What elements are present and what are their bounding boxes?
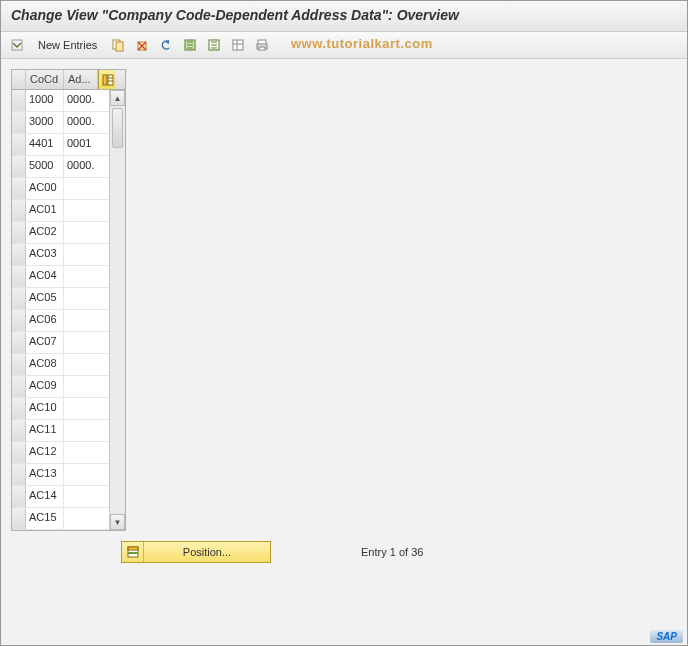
cell-cocd[interactable]: AC05 xyxy=(26,288,64,309)
cell-cocd[interactable]: AC09 xyxy=(26,376,64,397)
cell-cocd[interactable]: 5000 xyxy=(26,156,64,177)
row-selector[interactable] xyxy=(12,244,26,265)
table-settings-icon[interactable] xyxy=(228,35,248,55)
cell-ad[interactable] xyxy=(64,376,98,397)
row-selector[interactable] xyxy=(12,288,26,309)
row-selector[interactable] xyxy=(12,134,26,155)
scroll-thumb[interactable] xyxy=(112,108,123,148)
vertical-scrollbar[interactable]: ▲ ▼ xyxy=(109,90,125,530)
cell-ad[interactable] xyxy=(64,508,98,529)
cell-cocd[interactable]: AC10 xyxy=(26,398,64,419)
page-title: Change View "Company Code-Dependent Addr… xyxy=(11,7,677,23)
cell-ad[interactable] xyxy=(64,200,98,221)
deselect-all-icon[interactable] xyxy=(204,35,224,55)
svg-rect-11 xyxy=(108,75,113,85)
cell-cocd[interactable]: AC01 xyxy=(26,200,64,221)
undo-icon[interactable] xyxy=(156,35,176,55)
content-area: CoCd Ad... 10000000.30000000.44010001500… xyxy=(1,59,687,599)
row-selector[interactable] xyxy=(12,112,26,133)
position-button-label: Position... xyxy=(144,546,270,558)
row-selector[interactable] xyxy=(12,442,26,463)
cell-ad[interactable] xyxy=(64,354,98,375)
svg-rect-0 xyxy=(12,40,22,50)
select-all-column[interactable] xyxy=(12,70,26,89)
cell-ad[interactable] xyxy=(64,486,98,507)
cell-cocd[interactable]: 3000 xyxy=(26,112,64,133)
cell-cocd[interactable]: AC08 xyxy=(26,354,64,375)
scroll-track[interactable] xyxy=(110,150,125,514)
cell-ad[interactable]: 0001 xyxy=(64,134,98,155)
title-bar: Change View "Company Code-Dependent Addr… xyxy=(1,1,687,32)
row-selector[interactable] xyxy=(12,266,26,287)
footer: Position... Entry 1 of 36 xyxy=(121,541,423,563)
cell-cocd[interactable]: AC13 xyxy=(26,464,64,485)
row-selector[interactable] xyxy=(12,310,26,331)
select-all-icon[interactable] xyxy=(180,35,200,55)
configure-columns-icon[interactable] xyxy=(98,70,116,89)
delete-icon[interactable] xyxy=(132,35,152,55)
position-button[interactable]: Position... xyxy=(121,541,271,563)
cell-ad[interactable] xyxy=(64,332,98,353)
table-header: CoCd Ad... xyxy=(12,70,125,90)
scroll-down-icon[interactable]: ▼ xyxy=(110,514,125,530)
new-entries-button[interactable]: New Entries xyxy=(31,36,104,54)
toolbar: New Entries www.tutorialkart.com xyxy=(1,32,687,59)
cell-cocd[interactable]: AC15 xyxy=(26,508,64,529)
cell-cocd[interactable]: AC14 xyxy=(26,486,64,507)
cell-cocd[interactable]: AC07 xyxy=(26,332,64,353)
sap-logo: SAP xyxy=(650,630,683,643)
cell-ad[interactable]: 0000. xyxy=(64,156,98,177)
cell-cocd[interactable]: AC12 xyxy=(26,442,64,463)
cell-cocd[interactable]: 1000 xyxy=(26,90,64,111)
cell-ad[interactable] xyxy=(64,442,98,463)
row-selector[interactable] xyxy=(12,90,26,111)
svg-rect-6 xyxy=(233,40,243,50)
cell-ad[interactable] xyxy=(64,266,98,287)
cell-cocd[interactable]: 4401 xyxy=(26,134,64,155)
cell-cocd[interactable]: AC11 xyxy=(26,420,64,441)
col-header-ad[interactable]: Ad... xyxy=(64,70,98,89)
scroll-up-icon[interactable]: ▲ xyxy=(110,90,125,106)
cell-ad[interactable] xyxy=(64,178,98,199)
cell-cocd[interactable]: AC06 xyxy=(26,310,64,331)
cell-ad[interactable] xyxy=(64,464,98,485)
cell-cocd[interactable]: AC02 xyxy=(26,222,64,243)
row-selector[interactable] xyxy=(12,376,26,397)
cell-ad[interactable] xyxy=(64,310,98,331)
cell-ad[interactable] xyxy=(64,244,98,265)
row-selector[interactable] xyxy=(12,508,26,529)
svg-rect-14 xyxy=(128,552,138,554)
row-selector[interactable] xyxy=(12,464,26,485)
svg-rect-13 xyxy=(128,547,138,550)
row-selector[interactable] xyxy=(12,398,26,419)
row-selector[interactable] xyxy=(12,486,26,507)
cell-cocd[interactable]: AC04 xyxy=(26,266,64,287)
row-selector[interactable] xyxy=(12,156,26,177)
cell-ad[interactable] xyxy=(64,398,98,419)
col-header-cocd[interactable]: CoCd xyxy=(26,70,64,89)
cell-cocd[interactable]: AC00 xyxy=(26,178,64,199)
cell-ad[interactable] xyxy=(64,222,98,243)
position-icon xyxy=(122,542,144,562)
entry-status: Entry 1 of 36 xyxy=(361,546,423,558)
cell-ad[interactable]: 0000. xyxy=(64,112,98,133)
cell-ad[interactable] xyxy=(64,420,98,441)
svg-rect-2 xyxy=(116,42,123,51)
row-selector[interactable] xyxy=(12,200,26,221)
svg-rect-10 xyxy=(103,75,107,85)
cell-ad[interactable]: 0000. xyxy=(64,90,98,111)
watermark: www.tutorialkart.com xyxy=(291,36,433,51)
row-selector[interactable] xyxy=(12,420,26,441)
expand-icon[interactable] xyxy=(7,35,27,55)
cell-cocd[interactable]: AC03 xyxy=(26,244,64,265)
row-selector[interactable] xyxy=(12,354,26,375)
data-table: CoCd Ad... 10000000.30000000.44010001500… xyxy=(11,69,126,531)
svg-rect-9 xyxy=(259,47,265,50)
row-selector[interactable] xyxy=(12,222,26,243)
cell-ad[interactable] xyxy=(64,288,98,309)
copy-icon[interactable] xyxy=(108,35,128,55)
table-body: 10000000.30000000.4401000150000000.AC00A… xyxy=(12,90,125,530)
print-icon[interactable] xyxy=(252,35,272,55)
row-selector[interactable] xyxy=(12,332,26,353)
row-selector[interactable] xyxy=(12,178,26,199)
